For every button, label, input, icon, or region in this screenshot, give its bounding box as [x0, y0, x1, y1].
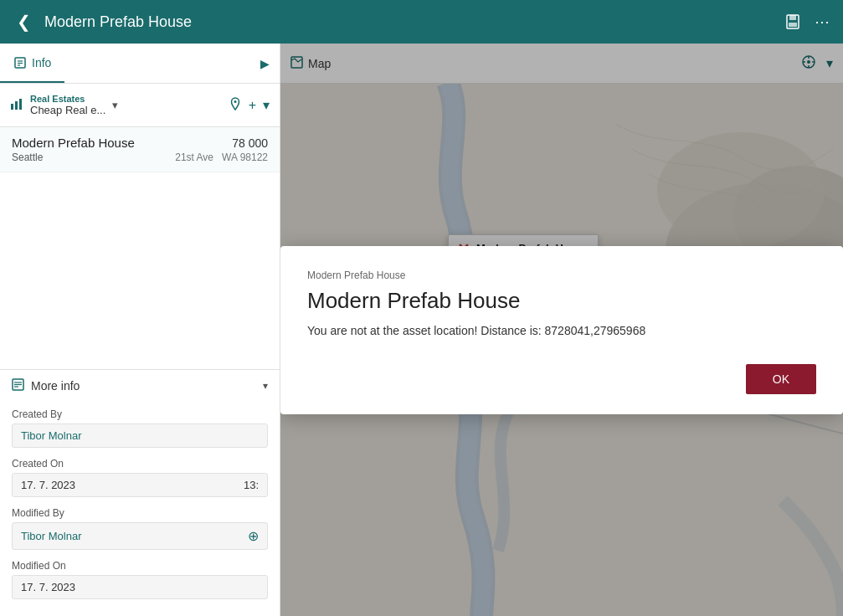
list-item[interactable]: Modern Prefab House 78 000 Seattle 21st …	[0, 127, 280, 172]
list-spacer	[0, 172, 280, 369]
header-title: Modern Prefab House	[44, 13, 774, 31]
list-item-row1: Modern Prefab House 78 000	[12, 136, 268, 150]
created-on-value: 17. 7. 2023 13:	[12, 473, 268, 497]
main-layout: Info ▶ Real Estates Cheap Real e... ▾	[0, 44, 843, 616]
tab-info-label: Info	[32, 56, 51, 69]
datasource-icon	[10, 97, 23, 114]
play-button[interactable]: ▶	[250, 57, 280, 70]
created-on-field: Created On 17. 7. 2023 13:	[12, 458, 268, 497]
datasource-info: Real Estates Cheap Real e...	[30, 94, 105, 116]
add-icon: +	[249, 98, 256, 112]
info-icon	[14, 57, 26, 69]
created-by-field: Created By Tibor Molnar	[12, 408, 268, 448]
svg-point-10	[234, 100, 236, 103]
modified-on-value: 17. 7. 2023	[12, 575, 268, 599]
more-options-button[interactable]: ⋯	[815, 13, 830, 31]
datasource-bar: Real Estates Cheap Real e... ▾ + ▾	[0, 84, 280, 127]
list-item-city: Seattle	[12, 151, 43, 163]
left-panel: Info ▶ Real Estates Cheap Real e... ▾	[0, 44, 280, 616]
dialog: Modern Prefab House Modern Prefab House …	[280, 246, 843, 414]
svg-rect-8	[15, 101, 18, 110]
svg-rect-7	[11, 104, 13, 110]
map-area: Map ▾	[280, 44, 843, 616]
dialog-actions: OK	[307, 364, 816, 394]
dialog-header-label: Modern Prefab House	[307, 270, 816, 281]
datasource-actions: + ▾	[229, 97, 270, 114]
back-button[interactable]: ❮	[13, 8, 34, 35]
datasource-label: Real Estates	[30, 94, 105, 104]
modified-on-label: Modified On	[12, 560, 268, 572]
tabs-bar: Info ▶	[0, 44, 280, 84]
more-info-header[interactable]: More info ▾	[0, 369, 280, 402]
list-item-address: 21st Ave WA 98122	[175, 151, 268, 163]
list-item-title: Modern Prefab House	[12, 136, 135, 150]
svg-rect-1	[789, 15, 796, 20]
datasource-name: Cheap Real e...	[30, 104, 105, 116]
dialog-title: Modern Prefab House	[307, 288, 816, 314]
more-info-icon	[12, 378, 24, 393]
pin-button[interactable]	[229, 97, 242, 114]
svg-rect-2	[789, 23, 797, 27]
modified-on-field: Modified On 17. 7. 2023	[12, 560, 268, 599]
header-actions: ⋯	[784, 13, 830, 31]
datasource-dropdown-button[interactable]: ▾	[112, 99, 118, 111]
add-modified-by-button[interactable]: ⊕	[248, 528, 259, 544]
list-item-price: 78 000	[232, 136, 268, 150]
more-info-section: More info ▾ Created By Tibor Molnar Crea…	[0, 369, 280, 616]
more-icon: ⋯	[815, 13, 830, 31]
more-info-label: More info	[31, 379, 256, 393]
dialog-ok-button[interactable]: OK	[746, 364, 816, 394]
info-tab-icon	[13, 56, 27, 69]
save-icon	[784, 13, 801, 30]
filter-button[interactable]: ▾	[263, 97, 270, 113]
dialog-message: You are not at the asset location! Dista…	[307, 324, 816, 337]
chart-icon	[10, 97, 23, 110]
modified-by-value: Tibor Molnar ⊕	[12, 522, 268, 550]
tab-info[interactable]: Info	[0, 44, 64, 83]
modified-by-label: Modified By	[12, 507, 268, 519]
save-button[interactable]	[784, 13, 801, 30]
add-button[interactable]: +	[249, 98, 256, 113]
info-circle-icon	[12, 378, 24, 391]
dialog-overlay: Modern Prefab House Modern Prefab House …	[280, 44, 843, 616]
more-info-chevron-icon: ▾	[263, 380, 268, 392]
created-on-label: Created On	[12, 458, 268, 470]
svg-rect-9	[19, 99, 22, 110]
list-item-row2: Seattle 21st Ave WA 98122	[12, 151, 268, 163]
play-icon: ▶	[260, 57, 270, 70]
app-header: ❮ Modern Prefab House ⋯	[0, 0, 843, 44]
modified-by-field: Modified By Tibor Molnar ⊕	[12, 507, 268, 550]
created-by-label: Created By	[12, 408, 268, 420]
created-by-value: Tibor Molnar	[12, 424, 268, 448]
more-info-content: Created By Tibor Molnar Created On 17. 7…	[0, 402, 280, 616]
pin-icon	[229, 97, 242, 110]
